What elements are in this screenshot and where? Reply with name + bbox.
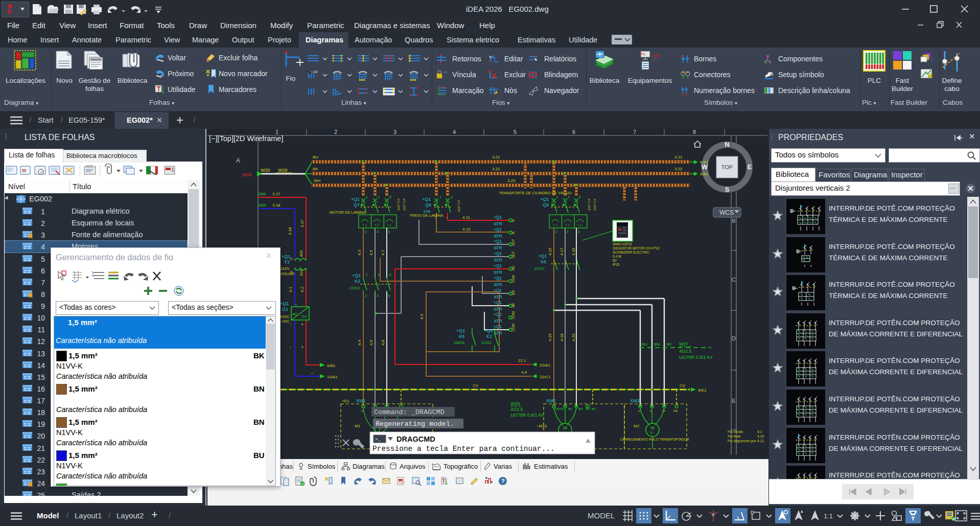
svg-text:KL: KL	[641, 52, 646, 56]
svg-text:PDF: PDF	[399, 481, 404, 484]
svg-text:KL: KL	[680, 55, 685, 58]
svg-text:?: ?	[501, 478, 505, 484]
svg-text:1.1: 1.1	[532, 54, 537, 57]
svg-text:1 2: 1 2	[682, 92, 688, 96]
svg-text:4m: 4m	[440, 85, 445, 89]
svg-text:1:1: 1:1	[824, 512, 833, 520]
